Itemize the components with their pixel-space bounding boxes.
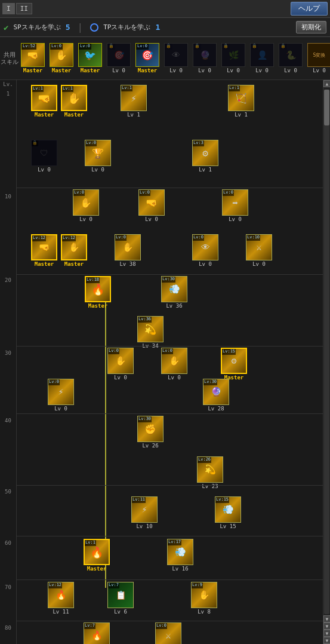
tree-node-25-icon[interactable]: Lv:26 💫 (197, 456, 223, 483)
tree-node-12: Lv:12 ✋ Master (58, 234, 90, 267)
tree-node-4-icon[interactable]: Lv:1 🏹 (228, 85, 254, 111)
tree-node-16-level: Master (88, 303, 108, 309)
tree-node-16-icon[interactable]: Lv:18 🔥 (85, 276, 111, 302)
tree-node-31-icon[interactable]: Lv:7 📋 (107, 582, 134, 608)
shared-skill-4-icon[interactable]: 🔒 🎯 (107, 43, 131, 67)
tab-2[interactable]: II (16, 3, 32, 14)
tree-node-12-level: Master (64, 261, 84, 267)
shared-skill-10-level: Lv 0 (284, 68, 297, 73)
tree-node-32-level: Lv 8 (198, 609, 211, 615)
shared-skill-11-level: Lv 0 (313, 68, 326, 73)
tree-node-24-icon[interactable]: Lv:30 ✊ (137, 416, 164, 442)
tree-node-28: Lv:1 🔥 Master (81, 539, 112, 572)
tree-node-28-icon[interactable]: Lv:1 🔥 (84, 539, 110, 565)
tree-node-19: Lv:0 ✋ Lv 0 (105, 348, 136, 381)
tree-node-17-icon[interactable]: Lv:30 💨 (161, 276, 187, 302)
tree-node-9-icon[interactable]: Lv:0 🤜 (138, 189, 165, 216)
tree-node-27-icon[interactable]: Lv:15 💨 (215, 496, 241, 523)
tree-node-5: 🔒 🛡 Lv 0 (29, 140, 60, 173)
scroll-down-arrow-1[interactable]: ▼ (323, 615, 330, 622)
reset-button[interactable]: 初期化 (296, 21, 326, 33)
scroll-down-arrow-3[interactable]: ▼ (323, 630, 330, 637)
tree-node-13-icon[interactable]: Lv:0 ✋ (115, 234, 141, 260)
tree-node-19-level: Lv 0 (114, 375, 127, 381)
tree-node-9-level: Lv 0 (145, 216, 158, 222)
tree-node-1-icon[interactable]: Lv:1 🤜 (31, 85, 57, 111)
separator-40 (17, 413, 323, 414)
tree-node-20-icon[interactable]: Lv:0 ✋ (161, 348, 187, 374)
tree-node-34: Lv:0 ⚔ Lv 2 (153, 622, 184, 644)
shared-skill-5-icon[interactable]: Lv:0 🎯 (135, 43, 159, 67)
shared-skill-11-icon[interactable]: S変換 (307, 43, 330, 67)
tree-node-21: Lv:15 ⚙ Master (218, 348, 249, 381)
tree-node-12-icon[interactable]: Lv:12 ✋ (61, 234, 87, 260)
tree-node-3-icon[interactable]: Lv:1 ⚡ (121, 85, 147, 111)
scroll-up-arrow[interactable]: ▲ (323, 80, 330, 87)
shared-skills-row: 共用 スキル Lv:52 🤜 Master Lv:0 ✋ Master Lv:0… (0, 37, 330, 80)
lv-mark-60: 60 (0, 540, 16, 546)
shared-skill-8-level: Lv 0 (227, 68, 240, 73)
tree-node-18: Lv:36 💫 Lv 34 (135, 316, 166, 349)
shared-skill-7-icon[interactable]: 🔒 🔮 (193, 43, 217, 67)
tree-node-18-icon[interactable]: Lv:36 💫 (137, 316, 164, 342)
tree-node-19-icon[interactable]: Lv:0 ✋ (107, 348, 134, 374)
tree-node-28-level: Master (87, 566, 107, 572)
scroll-track (324, 90, 329, 614)
scrollbar: ▲ ▼ ▼ ▼ ▼ (323, 80, 330, 644)
tree-node-9: Lv:0 🤜 Lv 0 (136, 189, 167, 222)
tree-node-20-level: Lv 0 (168, 375, 181, 381)
tree-node-26-icon[interactable]: Lv:11 ⚡ (131, 496, 158, 523)
shared-skill-11: S変換 Lv 0 (306, 43, 330, 73)
tree-node-32-icon[interactable]: Lv:9 ✋ (191, 582, 217, 608)
tree-node-16: Lv:18 🔥 Master (82, 276, 113, 309)
tree-node-7-level: Lv 1 (199, 167, 212, 173)
tree-node-29-level: Lv 16 (172, 566, 188, 572)
shared-skill-6: 🔒 👁 Lv 0 (162, 43, 190, 73)
tree-node-33-icon[interactable]: Lv:7 🔥 (84, 622, 110, 644)
shared-skill-1-icon[interactable]: Lv:52 🤜 (21, 43, 45, 67)
tree-node-22-icon[interactable]: Lv:0 ⚡ (48, 379, 74, 405)
shared-skill-9-icon[interactable]: 🔒 👤 (250, 43, 274, 67)
tree-node-8-icon[interactable]: Lv:0 ✋ (73, 189, 99, 216)
scroll-down-arrow-2[interactable]: ▼ (323, 622, 330, 630)
help-button[interactable]: ヘルプ (291, 2, 328, 16)
tree-node-29-icon[interactable]: Lv:17 💨 (167, 539, 193, 565)
shared-skill-10-icon[interactable]: 🔒 🐍 (279, 43, 303, 67)
tree-node-11-icon[interactable]: Lv:12 🤜 (31, 234, 57, 260)
tree-node-1-level: Master (35, 112, 54, 118)
shared-label: 共用 スキル (0, 51, 19, 66)
tree-node-21-icon[interactable]: Lv:15 ⚙ (221, 348, 247, 374)
lv-mark-70: 70 (0, 584, 16, 590)
tree-node-2-level: Master (64, 112, 84, 118)
scroll-bottom-arrow[interactable]: ▼ (323, 637, 330, 644)
tree-node-10-icon[interactable]: Lv:0 ➡ (222, 189, 248, 216)
tab-1[interactable]: I (2, 3, 15, 14)
tree-node-14-icon[interactable]: Lv:0 👁 (192, 234, 218, 260)
shared-skill-5: Lv:0 🎯 Master (134, 43, 161, 73)
tp-circle-icon (90, 23, 98, 32)
separator-20 (17, 274, 323, 275)
shared-skill-7-level: Lv 0 (198, 68, 211, 73)
shared-skill-6-icon[interactable]: 🔒 👁 (164, 43, 188, 67)
scroll-thumb[interactable] (324, 90, 329, 125)
tree-node-15-icon[interactable]: Lv:10 ⚔ (246, 234, 272, 260)
tree-node-5-level: Lv 0 (38, 167, 51, 173)
skill-tree: Lv:1 🤜 Master Lv:1 ✋ Master Lv:1 ⚡ Lv 1 … (17, 80, 323, 644)
tree-node-23: Lv:30 🔮 Lv 28 (201, 379, 232, 412)
tree-node-25-level: Lv 23 (202, 483, 218, 489)
tree-node-30-icon[interactable]: Lv:12 🔥 (48, 582, 74, 608)
lv-mark-40: 40 (0, 418, 16, 424)
shared-skill-1: Lv:52 🤜 Master (19, 43, 47, 73)
shared-skill-3-icon[interactable]: Lv:0 🐦 (78, 43, 102, 67)
sp-count: 5 (66, 23, 70, 32)
tree-node-7-icon[interactable]: Lv:3 ⚙ (192, 140, 218, 166)
tree-node-6-icon[interactable]: Lv:0 🏆 (85, 140, 111, 166)
tree-node-23-icon[interactable]: Lv:30 🔮 (203, 379, 229, 405)
shared-skill-2-icon[interactable]: Lv:0 ✋ (50, 43, 73, 67)
tree-node-34-icon[interactable]: Lv:0 ⚔ (155, 622, 181, 644)
shared-skill-8-icon[interactable]: 🔒 🌿 (221, 43, 245, 67)
tree-node-2-icon[interactable]: Lv:1 ✋ (61, 85, 87, 111)
tree-node-15-level: Lv 0 (252, 261, 266, 267)
tree-node-5-icon[interactable]: 🔒 🛡 (31, 140, 57, 166)
tree-node-30: Lv:12 🔥 Lv 11 (45, 582, 76, 615)
